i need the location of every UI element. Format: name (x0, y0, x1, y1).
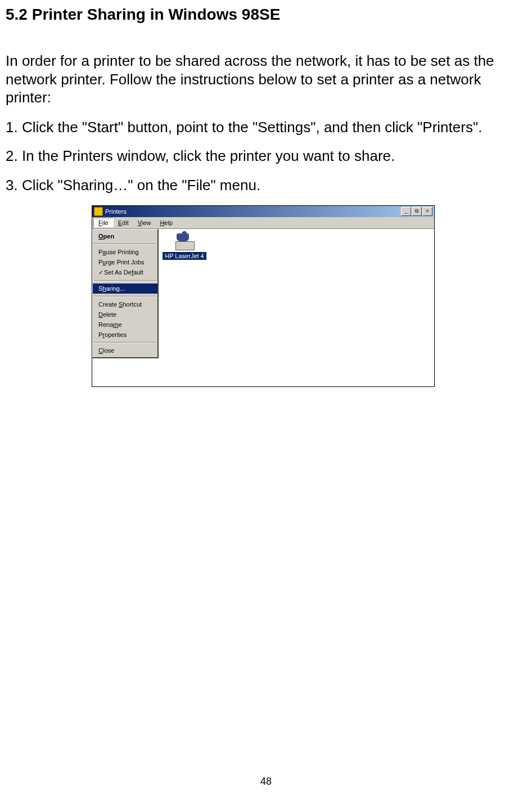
printers-window-screenshot: Printers _ ⧉ × File Edit View Help Open (92, 205, 435, 387)
printer-item[interactable]: HP LaserJet 4 (162, 233, 207, 260)
menu-edit[interactable]: Edit (114, 218, 133, 227)
menu-item-open[interactable]: Open (93, 231, 157, 241)
menu-item-purge-print-jobs[interactable]: Purge Print Jobs (93, 257, 157, 267)
menu-item-properties[interactable]: Properties (93, 330, 157, 340)
page-number: 48 (0, 776, 532, 788)
menu-view[interactable]: View (133, 218, 156, 227)
file-menu-dropdown: Open Pause Printing Purge Print Jobs ✓Se… (92, 229, 159, 358)
menubar: File Edit View Help (92, 217, 434, 229)
menu-item-delete[interactable]: Delete (93, 309, 157, 320)
printer-icon (173, 233, 196, 250)
printers-folder-icon (94, 207, 103, 216)
menu-help[interactable]: Help (155, 218, 177, 227)
minimize-button[interactable]: _ (401, 207, 411, 216)
section-title: 5.2 Printer Sharing in Windows 98SE (6, 6, 521, 24)
maximize-button[interactable]: ⧉ (412, 207, 422, 216)
printer-label: HP LaserJet 4 (163, 252, 206, 260)
step-item: 3. Click "Sharing…" on the "File" menu. (6, 176, 521, 195)
step-item: 1. Click the "Start" button, point to th… (6, 118, 521, 137)
close-button[interactable]: × (422, 207, 432, 216)
menu-item-rename[interactable]: Rename (93, 320, 157, 330)
menu-item-close[interactable]: Close (93, 345, 157, 356)
menu-item-create-shortcut[interactable]: Create Shortcut (93, 299, 157, 309)
step-item: 2. In the Printers window, click the pri… (6, 147, 521, 166)
menu-item-set-as-default[interactable]: ✓Set As Default (93, 267, 157, 278)
menu-item-pause-printing[interactable]: Pause Printing (93, 247, 157, 257)
window-titlebar: Printers _ ⧉ × (92, 206, 434, 217)
menu-file[interactable]: File (93, 218, 114, 227)
menu-item-sharing[interactable]: Sharing... (93, 284, 157, 294)
window-title: Printers (105, 208, 127, 215)
printers-content-area: HP LaserJet 4 (159, 229, 210, 264)
steps-list: 1. Click the "Start" button, point to th… (6, 118, 521, 195)
intro-paragraph: In order for a printer to be shared acro… (6, 52, 521, 107)
